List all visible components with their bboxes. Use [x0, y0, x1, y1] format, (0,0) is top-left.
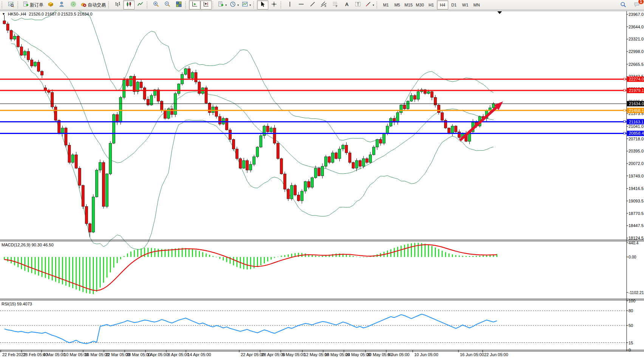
toolbar-group-grip[interactable]	[108, 2, 110, 8]
candle-bearish	[379, 139, 382, 143]
candle-bearish	[239, 159, 242, 168]
macd-tick-label: 0.00	[629, 255, 636, 259]
macd-histogram-bar	[397, 247, 398, 257]
macd-histogram-bar	[28, 257, 29, 272]
macd-histogram-bar	[483, 255, 483, 257]
bar-chart-mode-button[interactable]	[112, 0, 123, 9]
macd-histogram-bar	[226, 257, 227, 262]
macd-histogram-bar	[96, 257, 97, 292]
candle-bearish	[208, 103, 211, 112]
price-tick-label: 21041.0	[629, 124, 644, 129]
timeframe-m15-button[interactable]: M15	[403, 0, 414, 9]
time-axis-label: 5 May 05:00	[282, 352, 305, 357]
toolbar-group-grip[interactable]	[147, 2, 149, 8]
time-axis-label: 4 Mar 05:00	[43, 352, 65, 357]
timeframe-h1-button[interactable]: H1	[426, 0, 437, 9]
horizontal-line-button[interactable]	[296, 0, 307, 9]
trendline-button[interactable]	[307, 0, 318, 9]
equidistant-channel-button[interactable]: E	[318, 0, 330, 9]
candle-bearish	[6, 24, 9, 30]
toolbar-group-grip[interactable]	[185, 2, 187, 8]
timeframe-m5-button[interactable]: M5	[392, 0, 403, 9]
candle-bearish	[51, 92, 54, 107]
macd-histogram-bar	[445, 252, 446, 257]
auto-trading-button[interactable]: 自动交易	[79, 0, 107, 9]
candle-bearish	[54, 107, 57, 120]
toolbar-group-grip[interactable]	[212, 2, 215, 8]
price-tick-label: 22998.0	[629, 49, 644, 54]
candle-bearish	[307, 182, 310, 187]
macd-histogram-bar	[401, 246, 401, 257]
chart-canvas[interactable]: 23967.023644.023321.022998.022665.522342…	[0, 10, 644, 358]
autoscroll-icon	[192, 1, 198, 9]
time-axis-label: 16 Jun 05:00	[460, 352, 484, 357]
candle-bearish	[232, 139, 235, 149]
templates-button[interactable]: ▾	[240, 0, 252, 9]
candle-bullish	[321, 166, 324, 176]
macd-histogram-bar	[195, 250, 196, 257]
zoom-out-button[interactable]	[162, 0, 173, 9]
macd-histogram-bar	[216, 257, 217, 257]
chevron-down-icon[interactable]: ▾	[237, 3, 239, 7]
timeframe-m30-button[interactable]: M30	[414, 0, 426, 9]
macd-histogram-bar	[319, 256, 319, 257]
candle-bearish	[273, 128, 276, 143]
timeframe-label: M1	[383, 3, 389, 7]
textA-icon: A	[344, 1, 350, 9]
cursor-button[interactable]	[257, 0, 268, 9]
signals-button[interactable]	[68, 0, 79, 9]
periods-button[interactable]: ▾	[228, 0, 240, 9]
vertical-line-button[interactable]	[284, 0, 296, 9]
text-button[interactable]: A	[341, 0, 352, 9]
arrows-button[interactable]: ▾	[364, 0, 376, 9]
macd-histogram-bar	[356, 257, 357, 257]
auto-scroll-button[interactable]	[189, 0, 200, 9]
timeframe-label: H4	[440, 3, 445, 7]
crosshair-button[interactable]	[268, 0, 280, 9]
fibonacci-retracement-button[interactable]: F	[330, 0, 341, 9]
hline-icon	[298, 1, 304, 9]
macd-histogram-bar	[257, 257, 258, 267]
vline-icon	[287, 1, 293, 9]
macd-histogram-bar	[476, 256, 477, 257]
candle-bearish	[102, 162, 105, 206]
timeframe-mn-button[interactable]: MN	[471, 0, 482, 9]
toolbar-group-grip[interactable]	[376, 2, 379, 8]
macd-histogram-bar	[260, 257, 261, 265]
text-label-button[interactable]: T	[352, 0, 364, 9]
line-chart-mode-button[interactable]	[135, 0, 146, 9]
search-button[interactable]	[618, 1, 629, 10]
data-window-button[interactable]	[56, 0, 68, 9]
time-axis-label: 28 Apr 05:00	[262, 352, 285, 357]
candle-bearish	[116, 115, 119, 122]
toolbar-group-grip[interactable]	[2, 2, 4, 8]
notifications-button[interactable]: 1	[631, 1, 642, 10]
new-order-button[interactable]: 新订单	[21, 0, 45, 9]
toolbar-group-grip[interactable]	[280, 2, 283, 8]
candle-bullish	[123, 80, 125, 98]
chevron-down-icon[interactable]: ▾	[249, 3, 251, 7]
price-chip-label: 22274.0	[629, 77, 644, 81]
candlestick-mode-button[interactable]	[123, 0, 135, 9]
zoom-in-button[interactable]	[150, 0, 162, 9]
indicators-button[interactable]: ▾	[216, 0, 228, 9]
collapse-triangle-icon[interactable]: ▼	[2, 12, 5, 16]
candle-bullish	[256, 147, 259, 157]
macd-histogram-bar	[18, 257, 19, 267]
timeframe-h4-button[interactable]: H4	[437, 0, 448, 9]
toolbar-group-grip[interactable]	[253, 2, 255, 8]
timeframe-m1-button[interactable]: M1	[380, 0, 392, 9]
timeframe-d1-button[interactable]: D1	[448, 0, 460, 9]
chart-shift-button[interactable]	[200, 0, 212, 9]
chevron-down-icon[interactable]: ▾	[225, 3, 227, 7]
toolbar-group-grip[interactable]	[17, 2, 20, 8]
annotations-layer[interactable]	[460, 11, 503, 140]
chart-window-button[interactable]	[5, 0, 17, 9]
tiles-icon	[176, 1, 182, 9]
chevron-down-icon[interactable]: ▾	[373, 3, 374, 7]
candle-bearish	[17, 36, 19, 47]
timeframe-w1-button[interactable]: W1	[460, 0, 471, 9]
market-watch-button[interactable]	[45, 0, 56, 9]
candle-bullish	[130, 76, 132, 86]
tile-windows-button[interactable]	[173, 0, 184, 9]
